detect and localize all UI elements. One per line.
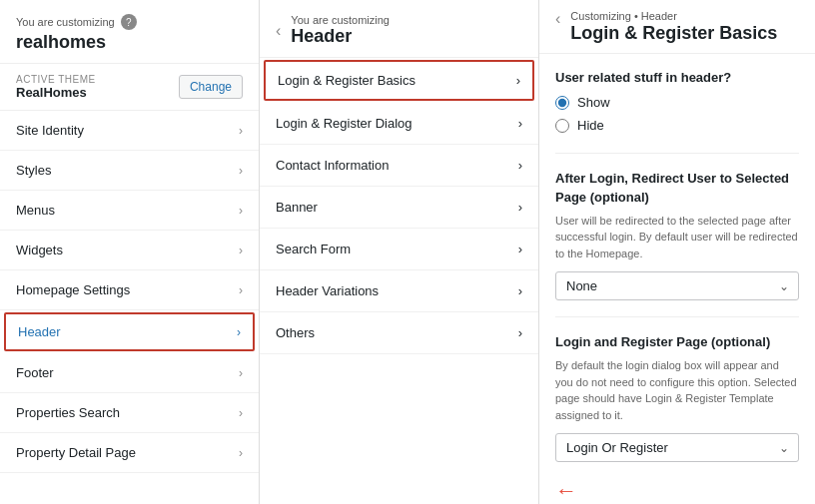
site-name: realhomes (16, 32, 243, 53)
sidebar-item-site-identity[interactable]: Site Identity› (0, 111, 259, 151)
breadcrumb: Customizing • Header (570, 10, 777, 22)
sidebar-item-label: Styles (16, 163, 51, 178)
panel-right-content: User related stuff in header? Show Hide … (539, 54, 815, 504)
active-theme-row: Active theme RealHomes Change (0, 64, 259, 111)
panel-right-titles: Customizing • Header Login & Register Ba… (570, 10, 777, 45)
login-page-field-label: Login and Register Page (optional) (555, 333, 799, 351)
chevron-right-icon: › (237, 325, 241, 339)
divider-2 (555, 316, 799, 317)
redirect-field-label: After Login, Redirect User to Selected P… (555, 170, 799, 206)
header-item-label: Others (276, 325, 315, 340)
back-arrow-icon-2[interactable]: ‹ (555, 10, 560, 28)
theme-name: RealHomes (16, 85, 96, 100)
sidebar-item-homepage-settings[interactable]: Homepage Settings› (0, 270, 259, 310)
theme-info: Active theme RealHomes (16, 74, 96, 100)
sidebar-item-label: Widgets (16, 243, 63, 257)
header-item-contact-information[interactable]: Contact Information› (260, 145, 538, 187)
header-item-banner[interactable]: Banner› (260, 187, 538, 229)
panel-middle-titles: You are customizing Header (291, 14, 390, 47)
header-item-label: Login & Register Dialog (276, 116, 412, 131)
sidebar-item-properties-search[interactable]: Properties Search› (0, 393, 259, 433)
back-arrow-icon[interactable]: ‹ (276, 22, 281, 40)
header-item-label: Search Form (276, 242, 351, 256)
login-page-field-description: By default the login dialog box will app… (555, 357, 799, 423)
show-radio-input[interactable] (555, 96, 569, 110)
sidebar-item-label: Menus (16, 203, 55, 218)
red-arrow-icon: ← (555, 478, 577, 504)
chevron-right-icon: › (239, 164, 243, 178)
chevron-right-icon: › (518, 242, 522, 256)
panel-middle-title: Header (291, 26, 390, 47)
sidebar-item-styles[interactable]: Styles› (0, 151, 259, 191)
panel-right-main-title: Login & Register Basics (570, 22, 777, 45)
panel-right-header: ‹ Customizing • Header Login & Register … (539, 0, 815, 54)
sidebar-item-property-detail-page[interactable]: Property Detail Page› (0, 433, 259, 473)
customizing-text-2: You are customizing (291, 14, 390, 26)
panel-right: ‹ Customizing • Header Login & Register … (539, 0, 815, 504)
chevron-right-icon: › (239, 283, 243, 297)
header-item-label: Banner (276, 200, 318, 215)
sidebar-item-label: Property Detail Page (16, 445, 136, 460)
nav-list: Site Identity›Styles›Menus›Widgets›Homep… (0, 111, 259, 504)
header-item-label: Contact Information (276, 158, 389, 173)
panel-middle: ‹ You are customizing Header Login & Reg… (260, 0, 539, 504)
help-icon[interactable]: ? (121, 14, 137, 30)
sidebar-item-label: Site Identity (16, 123, 84, 138)
show-hide-radio-group: Show Hide (555, 95, 799, 133)
sidebar-item-widgets[interactable]: Widgets› (0, 231, 259, 270)
show-radio-label: Show (577, 95, 610, 110)
header-item-search-form[interactable]: Search Form› (260, 229, 538, 270)
sidebar-item-menus[interactable]: Menus› (0, 191, 259, 231)
chevron-right-icon: › (518, 325, 522, 340)
sidebar-item-footer[interactable]: Footer› (0, 353, 259, 393)
hide-radio-label: Hide (577, 118, 604, 133)
redirect-select[interactable]: None (555, 271, 799, 300)
redirect-select-wrapper: None ⌄ (555, 271, 799, 300)
header-item-label: Header Variations (276, 283, 379, 298)
panel-left-header: You are customizing ? realhomes (0, 0, 259, 64)
chevron-right-icon: › (239, 406, 243, 420)
customizing-text-1: You are customizing (16, 16, 115, 28)
chevron-right-icon: › (239, 244, 243, 257)
chevron-right-icon: › (239, 204, 243, 218)
user-related-label: User related stuff in header? (555, 70, 799, 85)
login-page-select[interactable]: Login Or Register (555, 433, 799, 462)
chevron-right-icon: › (518, 283, 522, 298)
header-item-label: Login & Register Basics (278, 73, 415, 88)
chevron-right-icon: › (239, 124, 243, 138)
theme-label: Active theme (16, 74, 96, 85)
panel-left: You are customizing ? realhomes Active t… (0, 0, 260, 504)
sidebar-item-label: Homepage Settings (16, 282, 130, 297)
hide-radio-input[interactable] (555, 119, 569, 133)
sidebar-item-label: Header (18, 324, 61, 339)
customizing-label-1: You are customizing ? (16, 14, 243, 30)
header-item-login-register-basics[interactable]: Login & Register Basics› (264, 60, 534, 101)
redirect-field-description: User will be redirected to the selected … (555, 213, 799, 262)
header-item-others[interactable]: Others› (260, 312, 538, 354)
header-item-login-register-dialog[interactable]: Login & Register Dialog› (260, 103, 538, 145)
change-theme-button[interactable]: Change (179, 75, 243, 99)
hide-radio-option[interactable]: Hide (555, 118, 799, 133)
sidebar-item-label: Properties Search (16, 405, 120, 420)
chevron-right-icon: › (239, 366, 243, 380)
panel-middle-header: ‹ You are customizing Header (260, 0, 538, 58)
chevron-right-icon: › (518, 116, 522, 131)
show-radio-option[interactable]: Show (555, 95, 799, 110)
sidebar-item-header[interactable]: Header› (4, 312, 255, 351)
panel-middle-list: Login & Register Basics›Login & Register… (260, 58, 538, 504)
arrow-indicator: ← (555, 478, 799, 504)
divider-1 (555, 153, 799, 154)
chevron-right-icon: › (518, 200, 522, 215)
chevron-right-icon: › (518, 158, 522, 173)
header-item-header-variations[interactable]: Header Variations› (260, 270, 538, 312)
chevron-right-icon: › (239, 446, 243, 460)
sidebar-item-label: Footer (16, 365, 54, 380)
chevron-right-icon: › (516, 73, 520, 88)
login-page-select-wrapper: Login Or Register ⌄ (555, 433, 799, 462)
